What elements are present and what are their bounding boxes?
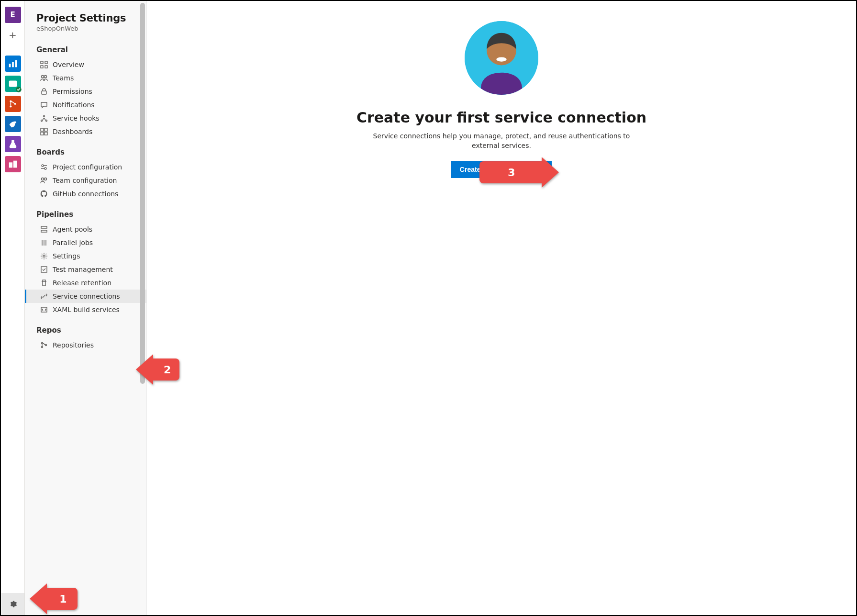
section-general: General [36,45,139,54]
svg-rect-20 [41,128,44,131]
connection-icon [40,292,48,300]
svg-point-24 [42,165,44,167]
retention-icon [40,279,48,287]
pipelines-icon[interactable] [5,116,21,132]
svg-rect-13 [45,66,47,68]
project-settings-gear-icon[interactable] [1,593,24,615]
nav-label: Service hooks [53,114,100,122]
nav-label: GitHub connections [53,190,118,198]
nav-xaml-build-services[interactable]: XAML build services [25,303,146,316]
svg-point-26 [42,178,44,180]
section-boards: Boards [36,148,139,157]
nav-parallel-jobs[interactable]: Parallel jobs [25,236,146,249]
svg-rect-8 [9,162,12,168]
svg-point-6 [10,105,11,107]
nav-service-connections[interactable]: Service connections [25,290,146,303]
project-tile[interactable]: E [5,7,21,23]
xaml-icon [40,306,48,314]
pool-icon [40,225,48,233]
repo-icon [40,341,48,349]
hook-icon [40,114,48,122]
nav-label: Dashboards [53,128,92,135]
sidebar-scrollbar[interactable] [140,3,145,384]
svg-rect-9 [13,161,16,168]
nav-label: Release retention [53,279,111,287]
svg-rect-28 [41,226,47,228]
nav-test-management[interactable]: Test management [25,263,146,276]
svg-rect-2 [15,60,17,67]
nav-label: Teams [53,74,74,82]
hero-title: Create your first service connection [356,109,646,126]
svg-rect-22 [41,132,44,135]
nav-github-connections[interactable]: GitHub connections [25,187,146,201]
add-project-button[interactable]: + [5,27,21,43]
svg-rect-10 [41,61,43,64]
nav-rail: E + [1,1,25,615]
nav-label: Permissions [53,88,92,95]
svg-point-14 [42,76,44,78]
team-icon [40,74,48,82]
nav-team-configuration[interactable]: Team configuration [25,174,146,187]
section-pipelines: Pipelines [36,210,139,219]
boards-icon[interactable] [5,76,21,92]
overview-icon[interactable] [5,56,21,72]
svg-rect-0 [9,64,11,67]
lock-icon [40,88,48,95]
dashboard-icon [40,128,48,135]
svg-point-19 [44,116,45,117]
gear-icon [40,252,48,260]
nav-permissions[interactable]: Permissions [25,85,146,98]
nav-notifications[interactable]: Notifications [25,98,146,112]
nav-project-configuration[interactable]: Project configuration [25,160,146,174]
nav-label: Team configuration [53,177,117,184]
settings-sidebar: Project Settings eShopOnWeb General Over… [25,1,147,615]
svg-point-30 [43,255,45,257]
svg-point-39 [496,57,507,61]
svg-rect-31 [41,267,47,272]
hero-avatar-icon [465,21,538,95]
svg-rect-1 [12,62,14,67]
nav-release-retention[interactable]: Release retention [25,276,146,290]
project-name: eShopOnWeb [36,25,139,32]
nav-label: Overview [53,61,84,68]
parallel-icon [40,239,48,246]
svg-point-15 [45,76,47,78]
svg-rect-16 [42,91,46,94]
hero-description: Service connections help you manage, pro… [372,132,631,150]
svg-rect-12 [41,66,43,68]
nav-overview[interactable]: Overview [25,58,146,71]
nav-label: Parallel jobs [53,239,93,246]
section-repos: Repos [36,326,139,335]
chat-icon [40,101,48,109]
nav-repositories[interactable]: Repositories [25,338,146,352]
svg-point-27 [45,178,47,180]
nav-teams[interactable]: Teams [25,71,146,85]
nav-label: XAML build services [53,306,120,314]
svg-rect-21 [45,128,47,131]
svg-rect-11 [45,61,47,64]
nav-label: Repositories [53,341,94,349]
nav-label: Service connections [53,292,120,300]
nav-label: Settings [53,252,80,260]
nav-service-hooks[interactable]: Service hooks [25,112,146,125]
nav-pipeline-settings[interactable]: Settings [25,249,146,263]
team-config-icon [40,177,48,184]
nav-label: Test management [53,266,113,273]
nav-label: Notifications [53,101,95,109]
grid-icon [40,61,48,68]
svg-point-35 [42,347,43,348]
repos-icon[interactable] [5,96,21,112]
svg-rect-29 [41,230,47,232]
svg-point-25 [45,168,46,169]
github-icon [40,190,48,198]
nav-dashboards[interactable]: Dashboards [25,125,146,138]
testplans-icon[interactable] [5,136,21,152]
main-content: Create your first service connection Ser… [147,1,856,615]
create-service-connection-button[interactable]: Create service connection [451,161,552,178]
test-icon [40,266,48,273]
nav-agent-pools[interactable]: Agent pools [25,223,146,236]
svg-rect-32 [43,280,45,286]
artifacts-icon[interactable] [5,156,21,172]
nav-label: Project configuration [53,163,122,171]
nav-label: Agent pools [53,225,92,233]
